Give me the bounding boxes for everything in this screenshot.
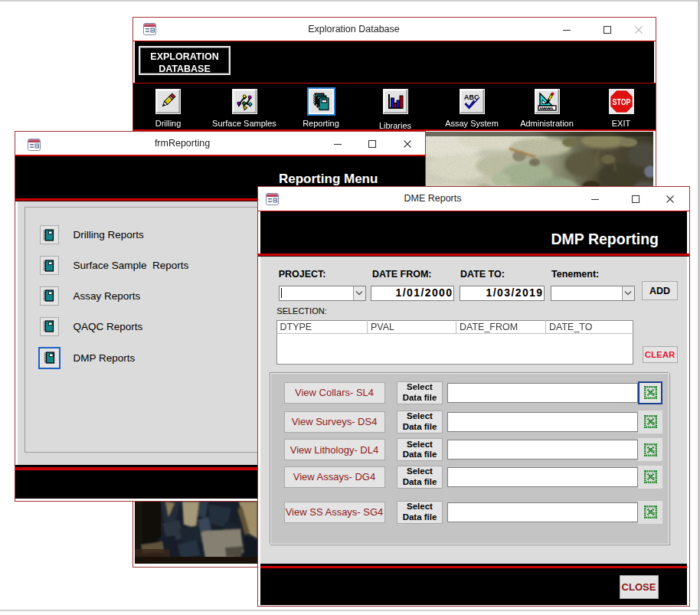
svg-text:STOP: STOP — [612, 98, 630, 106]
